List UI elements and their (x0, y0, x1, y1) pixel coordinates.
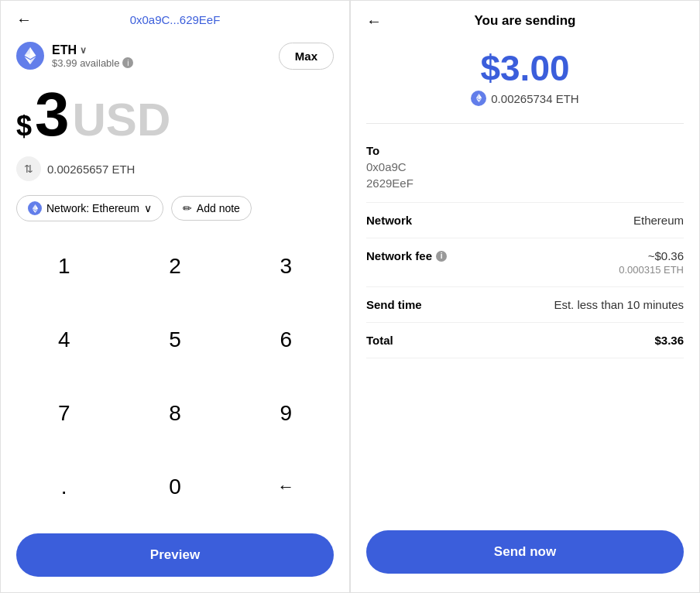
sending-eth-icon (471, 91, 486, 106)
back-button-right[interactable]: ← (366, 12, 382, 30)
token-row: ETH ∨ $3.99 available i Max (1, 33, 349, 76)
eth-equivalent-row: ⇅ 0.00265657 ETH (1, 150, 349, 187)
swap-icon[interactable]: ⇅ (16, 156, 41, 181)
total-value: $3.36 (654, 334, 684, 347)
network-detail-value: Ethereum (633, 214, 684, 227)
to-address-line1: 0x0a9C (366, 159, 684, 175)
fee-label: Network fee i (366, 249, 447, 262)
sending-usd-amount: $3.00 (366, 50, 684, 86)
back-button-left[interactable]: ← (16, 11, 32, 29)
send-now-button[interactable]: Send now (366, 530, 684, 574)
divider-top (366, 123, 684, 124)
detail-section: To 0x0a9C 2629EeF Network Ethereum Netwo… (351, 133, 699, 518)
token-chevron-icon: ∨ (80, 45, 87, 56)
dollar-sign: $ (16, 112, 32, 140)
token-info: ETH ∨ $3.99 available i (16, 42, 133, 70)
token-name[interactable]: ETH ∨ (52, 43, 133, 57)
network-detail-label: Network (366, 214, 412, 227)
sending-eth-row: 0.00265734 ETH (366, 91, 684, 106)
key-8[interactable]: 8 (119, 377, 230, 451)
key-7[interactable]: 7 (9, 377, 119, 451)
to-row: To 0x0a9C 2629EeF (366, 133, 684, 203)
amount-number: 3 (35, 84, 70, 146)
fee-row: Network fee i ~$0.36 0.000315 ETH (366, 238, 684, 287)
fee-usd-value: ~$0.36 (619, 249, 684, 262)
options-row: Network: Ethereum ∨ ✏ Add note (1, 187, 349, 229)
you-are-sending-title: You are sending (475, 13, 576, 29)
network-eth-icon (28, 201, 42, 215)
key-6[interactable]: 6 (231, 303, 341, 376)
to-label: To (366, 144, 684, 157)
add-note-button[interactable]: ✏ Add note (171, 196, 252, 221)
key-9[interactable]: 9 (231, 377, 341, 451)
token-details: ETH ∨ $3.99 available i (52, 43, 133, 69)
send-time-value: Est. less than 10 minutes (554, 298, 684, 311)
key-4[interactable]: 4 (9, 303, 119, 376)
eth-amount: 0.00265657 ETH (47, 163, 135, 176)
key-dot[interactable]: . (9, 451, 119, 524)
note-label: Add note (197, 202, 240, 214)
total-label: Total (366, 334, 393, 347)
available-info-icon[interactable]: i (122, 57, 133, 68)
send-time-row: Send time Est. less than 10 minutes (366, 287, 684, 323)
key-5[interactable]: 5 (119, 303, 230, 376)
send-time-label: Send time (366, 298, 422, 311)
key-1[interactable]: 1 (9, 229, 119, 303)
max-button[interactable]: Max (279, 43, 334, 70)
token-available: $3.99 available i (52, 57, 133, 69)
key-0[interactable]: 0 (119, 451, 230, 524)
to-address: 0x0a9C 2629EeF (366, 159, 684, 191)
right-header: ← You are sending (351, 1, 699, 38)
key-2[interactable]: 2 (119, 229, 230, 303)
amount-display: $ 3 USD (1, 76, 349, 150)
wallet-address[interactable]: 0x0a9C...629EeF (130, 13, 221, 26)
sending-eth-amount: 0.00265734 ETH (491, 92, 578, 105)
right-panel: ← You are sending $3.00 0.00265734 ETH (350, 0, 700, 593)
sending-amount: $3.00 0.00265734 ETH (351, 38, 699, 114)
network-row: Network Ethereum (366, 203, 684, 238)
to-address-line2: 2629EeF (366, 175, 684, 191)
network-chevron-icon: ∨ (144, 202, 152, 214)
fee-value-container: ~$0.36 0.000315 ETH (619, 249, 684, 276)
fee-eth-value: 0.000315 ETH (619, 264, 684, 276)
total-row: Total $3.36 (366, 323, 684, 358)
left-panel: ← 0x0a9C...629EeF ETH (0, 0, 350, 593)
numpad: 1 2 3 4 5 6 7 8 9 . 0 ← (1, 229, 349, 524)
network-label: Network: Ethereum (46, 202, 139, 214)
left-header: ← 0x0a9C...629EeF (1, 1, 349, 33)
pencil-icon: ✏ (183, 202, 192, 214)
preview-button[interactable]: Preview (16, 533, 334, 577)
amount-currency: USD (73, 97, 171, 143)
eth-logo-icon (16, 42, 44, 70)
fee-info-icon[interactable]: i (436, 251, 447, 262)
key-backspace[interactable]: ← (231, 451, 341, 524)
key-3[interactable]: 3 (231, 229, 341, 303)
network-button[interactable]: Network: Ethereum ∨ (16, 195, 163, 221)
